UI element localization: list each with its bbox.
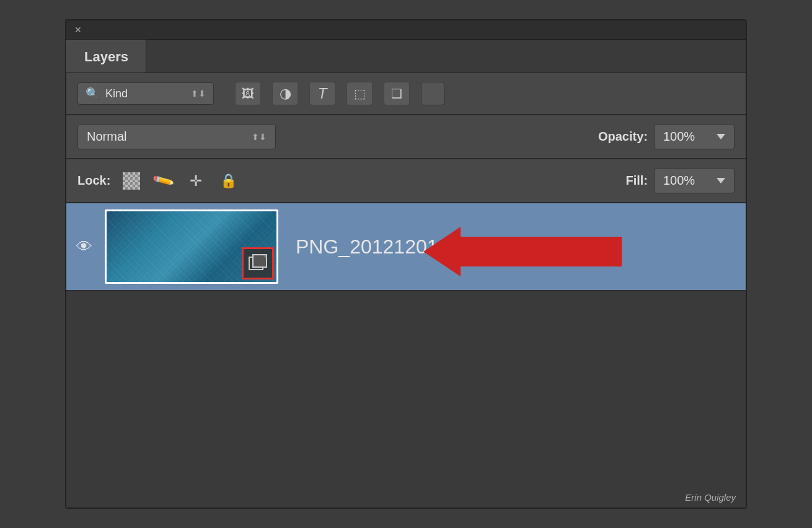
opacity-group: Opacity: 100% xyxy=(598,124,735,149)
lock-paint-button[interactable]: ✏️ xyxy=(152,170,175,191)
fill-label: Fill: xyxy=(625,174,648,188)
lock-pixels-button[interactable] xyxy=(120,170,143,191)
opacity-label: Opacity: xyxy=(598,130,648,144)
layers-tab[interactable]: Layers xyxy=(66,40,146,73)
smart-object-badge xyxy=(242,247,274,279)
text-icon: T xyxy=(318,85,327,102)
filter-smart-button[interactable]: ❑ xyxy=(384,82,410,105)
shape-icon: ⬚ xyxy=(354,86,366,101)
fill-value: 100% xyxy=(663,174,712,188)
visibility-toggle[interactable]: 👁 xyxy=(76,237,92,257)
filter-adjustment-button[interactable]: ◑ xyxy=(272,82,298,105)
filter-text-button[interactable]: T xyxy=(309,82,335,105)
blend-mode-dropdown[interactable]: Normal ⬆⬇ xyxy=(77,124,276,149)
tabs-row: Layers xyxy=(66,40,746,73)
opacity-value: 100% xyxy=(663,130,712,144)
filter-color-button[interactable] xyxy=(421,82,444,105)
lock-all-button[interactable]: 🔒 xyxy=(217,170,239,191)
layer-row[interactable]: 👁 PNG_20121201_01231 xyxy=(66,203,746,291)
move-icon: ✛ xyxy=(190,172,202,190)
kind-dropdown[interactable]: 🔍 Kind ⬆⬇ xyxy=(77,82,214,105)
brush-icon: ✏️ xyxy=(151,169,176,193)
arrow-annotation xyxy=(423,227,622,276)
smart-icon: ❑ xyxy=(391,86,402,101)
layers-panel: ✕ Layers 🔍 Kind ⬆⬇ 🖼 ◑ T xyxy=(65,19,747,509)
arrow-head xyxy=(423,227,461,276)
lock-label: Lock: xyxy=(77,174,110,188)
fill-arrow-icon xyxy=(717,178,725,183)
watermark: Erin Quigley xyxy=(685,492,736,503)
title-bar: ✕ xyxy=(66,20,746,40)
fill-group: Fill: 100% xyxy=(625,168,735,193)
blend-section: Normal ⬆⬇ Opacity: 100% xyxy=(66,115,746,159)
filter-icons-group: 🖼 ◑ T ⬚ ❑ xyxy=(235,82,444,105)
fill-dropdown[interactable]: 100% xyxy=(654,168,735,193)
close-button[interactable]: ✕ xyxy=(73,24,84,35)
lock-row: Lock: ✏️ ✛ 🔒 Fill: 100% xyxy=(77,168,735,193)
kind-label: Kind xyxy=(105,87,185,100)
lock-move-button[interactable]: ✛ xyxy=(185,170,207,191)
adjustment-icon: ◑ xyxy=(280,86,291,102)
checker-icon xyxy=(123,172,140,190)
blend-arrows-icon: ⬆⬇ xyxy=(252,132,267,142)
filter-shape-button[interactable]: ⬚ xyxy=(346,82,373,105)
arrow-shaft xyxy=(461,237,622,266)
opacity-arrow-icon xyxy=(717,134,725,139)
filter-row: 🔍 Kind ⬆⬇ 🖼 ◑ T ⬚ ❑ xyxy=(77,82,735,105)
smart-object-icon xyxy=(247,252,269,275)
lock-icon: 🔒 xyxy=(220,173,237,189)
filter-image-button[interactable]: 🖼 xyxy=(235,82,261,105)
image-icon: 🖼 xyxy=(242,87,254,101)
layer-thumbnail xyxy=(105,209,278,284)
blend-row: Normal ⬆⬇ Opacity: 100% xyxy=(77,124,735,149)
filter-section: 🔍 Kind ⬆⬇ 🖼 ◑ T ⬚ ❑ xyxy=(66,73,746,115)
opacity-dropdown[interactable]: 100% xyxy=(654,124,735,149)
search-icon: 🔍 xyxy=(86,87,99,100)
lock-section: Lock: ✏️ ✛ 🔒 Fill: 100% xyxy=(66,159,746,203)
layer-list: 👁 PNG_20121201_01231 xyxy=(66,203,746,508)
kind-arrows-icon: ⬆⬇ xyxy=(191,89,206,99)
blend-mode-label: Normal xyxy=(87,130,245,144)
